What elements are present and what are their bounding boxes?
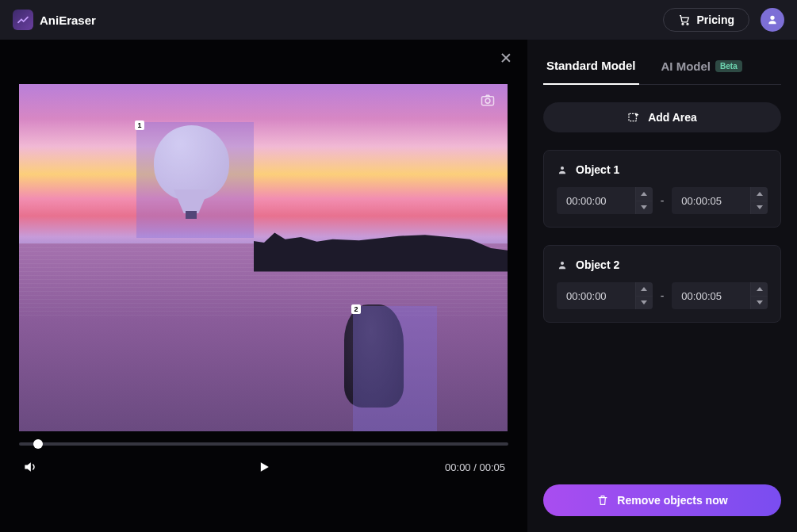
beta-badge: Beta — [715, 60, 742, 72]
brand: AniEraser — [13, 10, 96, 30]
selection-overlay-1[interactable]: 1 — [136, 122, 254, 238]
brand-logo — [13, 10, 33, 30]
seek-bar[interactable] — [19, 442, 508, 446]
object2-end-field[interactable]: 00:00:05 — [672, 282, 768, 309]
header-right: Pricing — [663, 8, 784, 32]
pricing-label: Pricing — [697, 13, 734, 26]
object-icon — [557, 164, 568, 175]
object2-end-up[interactable] — [751, 282, 768, 297]
object2-start-up[interactable] — [636, 282, 653, 297]
camera-icon[interactable] — [477, 92, 498, 108]
trash-icon — [596, 494, 609, 507]
time-label: 00:00 / 00:05 — [445, 461, 505, 473]
svg-rect-2 — [482, 97, 494, 105]
brand-name: AniEraser — [40, 13, 96, 27]
dash: - — [661, 194, 665, 207]
object-title-2: Object 2 — [557, 258, 768, 271]
selection-badge-1: 1 — [135, 121, 144, 130]
play-icon[interactable] — [256, 459, 272, 475]
object2-start-down[interactable] — [636, 297, 653, 310]
sidebar: Standard Model AI Model Beta Add Area Ob… — [527, 40, 797, 532]
main-layout: 1 2 00:00 / 00:05 Standard Model — [0, 40, 797, 532]
cart-icon — [678, 13, 691, 26]
object1-end-field[interactable]: 00:00:05 — [672, 187, 768, 214]
add-area-button[interactable]: Add Area — [543, 102, 781, 132]
pricing-button[interactable]: Pricing — [663, 8, 749, 32]
add-area-icon — [627, 111, 640, 124]
object-card-2: Object 2 00:00:00 - 00:00:05 — [543, 245, 781, 323]
object2-start-field[interactable]: 00:00:00 — [557, 282, 653, 309]
object-title-1: Object 1 — [557, 163, 768, 176]
object2-end-down[interactable] — [751, 297, 768, 310]
object-icon — [557, 259, 568, 270]
volume-icon[interactable] — [22, 459, 38, 475]
svg-point-0 — [682, 23, 684, 25]
object1-start-up[interactable] — [636, 187, 653, 201]
tab-ai-model[interactable]: AI Model Beta — [658, 49, 745, 84]
svg-point-3 — [485, 98, 490, 103]
model-tabs: Standard Model AI Model Beta — [543, 49, 781, 85]
remove-objects-button[interactable]: Remove objects now — [543, 484, 781, 516]
object1-end-down[interactable] — [751, 201, 768, 215]
dash: - — [661, 289, 665, 302]
video-frame[interactable]: 1 2 — [19, 84, 508, 431]
canvas-area: 1 2 00:00 / 00:05 — [0, 40, 527, 532]
tab-standard-model[interactable]: Standard Model — [543, 49, 639, 85]
selection-overlay-2[interactable]: 2 — [353, 306, 437, 431]
object1-start-field[interactable]: 00:00:00 — [557, 187, 653, 214]
svg-point-1 — [687, 23, 688, 25]
object-card-1: Object 1 00:00:00 - 00:00:05 — [543, 150, 781, 228]
avatar[interactable] — [761, 8, 784, 32]
app-header: AniEraser Pricing — [0, 0, 797, 40]
object1-start-down[interactable] — [636, 201, 653, 215]
user-icon — [766, 13, 779, 26]
playback-controls: 00:00 / 00:05 — [19, 439, 508, 477]
seek-thumb[interactable] — [33, 439, 43, 449]
close-icon[interactable] — [500, 52, 512, 63]
svg-rect-4 — [629, 113, 636, 121]
object1-end-up[interactable] — [751, 187, 768, 201]
selection-badge-2: 2 — [351, 304, 361, 314]
